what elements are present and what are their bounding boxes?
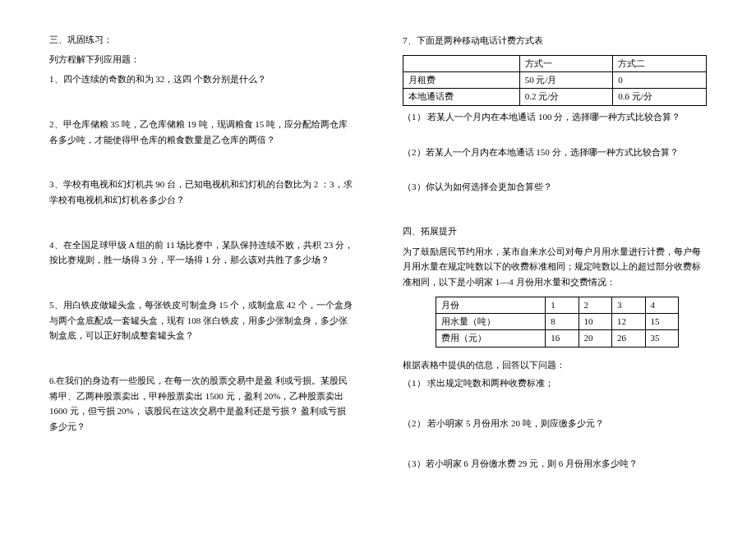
table-row: 月租费 50 元/月 0: [403, 72, 707, 89]
problem-2: 2、甲仓库储粮 35 吨，乙仓库储粮 19 吨，现调粮食 15 吨，应分配给两仓…: [49, 117, 353, 147]
section-4-title: 四、拓展提升: [403, 224, 707, 239]
problem-3: 3、学校有电视和幻灯机共 90 台，已知电视机和幻灯机的台数比为 2 ：3，求学…: [49, 177, 353, 207]
cell: 35: [645, 330, 678, 347]
problem-6: 6.在我们的身边有一些股民，在每一次的股票交易中是盈 利或亏损。某股民将甲、乙两…: [49, 373, 353, 435]
cell: 12: [612, 313, 645, 329]
cell: 20: [579, 330, 611, 347]
cell: 26: [612, 330, 645, 347]
cell: 8: [546, 313, 579, 329]
cell: 0.2 元/分: [519, 89, 613, 105]
section-4-after: 根据表格中提供的信息，回答以下问题：: [403, 357, 707, 373]
cell: 16: [546, 330, 579, 347]
phone-plan-table: 方式一 方式二 月租费 50 元/月 0 本地通话费 0.2 元/分 0.6 元…: [403, 55, 707, 106]
cell: 方式一: [519, 55, 613, 71]
cell: 用水量（吨）: [436, 313, 546, 329]
problem-1: 1、四个连续的奇数的和为 32，这四 个数分别是什么？: [49, 71, 353, 87]
cell: 本地通话费: [403, 89, 520, 105]
cell: 15: [645, 313, 678, 329]
problem-5: 5、用白铁皮做罐头盒，每张铁皮可制盒身 15 个，或制盒底 42 个，一个盒身与…: [49, 297, 353, 343]
problem-7-q1: （1） 若某人一个月内在本地通话 100 分，选择哪一种方式比较合算？: [403, 109, 707, 125]
section-4-intro: 为了鼓励居民节约用水，某市自来水公司对每户月用水量进行计费，每户每月用水量在规定…: [403, 244, 707, 290]
section-4-q1: （1） 求出规定吨数和两种收费标准；: [403, 375, 707, 391]
water-usage-table: 月份 1 2 3 4 用水量（吨） 8 10 12 15 费用（元） 16 20…: [436, 297, 679, 348]
section-4-q3: （3）若小明家 6 月份缴水费 29 元，则 6 月份用水多少吨？: [403, 456, 707, 472]
cell: 3: [612, 297, 645, 313]
section-4-q2: （2） 若小明家 5 月份用水 20 吨，则应缴多少元？: [403, 416, 707, 431]
cell: 方式二: [613, 55, 707, 71]
cell: 月份: [436, 297, 546, 313]
table-row: 本地通话费 0.2 元/分 0.6 元/分: [403, 89, 707, 105]
cell: 10: [579, 313, 611, 329]
problem-7-title: 7、下面是两种移动电话计费方式表: [403, 33, 707, 48]
table-row: 方式一 方式二: [403, 55, 707, 71]
cell: 1: [546, 297, 579, 313]
list-heading: 列方程解下列应用题：: [49, 53, 353, 67]
problem-7-q3: （3）你认为如何选择会更加合算些？: [403, 179, 707, 195]
cell: 50 元/月: [519, 72, 613, 89]
problem-4: 4、在全国足球甲级 A 组的前 11 场比赛中，某队保持连续不败，共积 23 分…: [49, 237, 353, 268]
left-column: 三、巩固练习： 列方程解下列应用题： 1、四个连续的奇数的和为 32，这四 个数…: [49, 33, 378, 518]
cell: 2: [579, 297, 611, 313]
table-row: 月份 1 2 3 4: [436, 297, 679, 313]
cell: 费用（元）: [436, 330, 546, 347]
right-column: 7、下面是两种移动电话计费方式表 方式一 方式二 月租费 50 元/月 0 本地…: [378, 33, 707, 518]
section-3-title: 三、巩固练习：: [49, 33, 353, 48]
cell: 月租费: [403, 72, 520, 89]
cell: 0: [613, 72, 707, 89]
table-row: 费用（元） 16 20 26 35: [436, 330, 679, 347]
table-row: 用水量（吨） 8 10 12 15: [436, 313, 679, 329]
cell: 0.6 元/分: [613, 89, 707, 105]
cell: [403, 55, 520, 71]
cell: 4: [645, 297, 678, 313]
problem-7-q2: （2）若某人一个月内在本地通话 150 分，选择哪一种方式比较合算？: [403, 145, 707, 160]
